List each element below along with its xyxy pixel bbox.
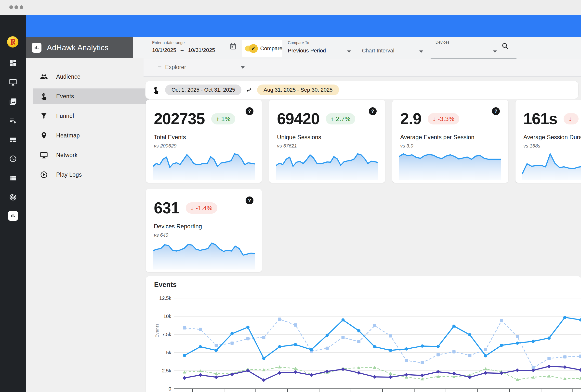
kpi-delta-badge: ↑1% <box>211 113 236 124</box>
arrow-down-icon: ↓ <box>432 115 436 123</box>
chevron-down-icon[interactable] <box>419 50 423 53</box>
help-icon[interactable]: ? <box>246 196 254 204</box>
people-icon <box>40 73 48 81</box>
window-dot-icon[interactable] <box>9 5 13 9</box>
date-end[interactable]: 10/31/2025 <box>188 47 215 53</box>
help-icon[interactable]: ? <box>492 107 500 115</box>
help-icon[interactable]: ? <box>369 107 376 115</box>
kpi-value: 2.9 <box>400 110 421 128</box>
kpi-label: Average Events per Session <box>400 134 474 141</box>
svg-text:7.5k: 7.5k <box>162 332 172 337</box>
kpi-card-total-events: 202735↑1%Total Eventsvs 200629? <box>146 100 262 183</box>
kpi-card-devices-reporting: 631↓-1.4%Devices Reportingvs 640? <box>146 189 262 272</box>
sparkline-chart <box>276 150 378 180</box>
media-library-icon[interactable] <box>0 96 26 107</box>
bar-chart-icon[interactable] <box>0 210 26 221</box>
date-range-input[interactable]: 10/1/2025 – 10/31/2025 <box>152 47 215 53</box>
app-header: AdHawk Analytics <box>26 37 133 58</box>
kpi-value: 631 <box>154 199 179 217</box>
logo-letter: R <box>9 37 16 46</box>
arrow-up-icon: ↑ <box>331 115 334 123</box>
compare-toggle[interactable]: ✓ <box>245 45 257 52</box>
sidebar-item-play-logs[interactable]: Play Logs <box>26 167 144 183</box>
sidebar-item-funnel[interactable]: Funnel <box>26 108 144 124</box>
playlist-icon[interactable] <box>0 115 26 126</box>
current-period-chip[interactable]: Oct 1, 2025 - Oct 31, 2025 <box>165 85 242 95</box>
list-icon[interactable] <box>0 173 26 184</box>
dashboard-icon[interactable] <box>0 58 26 69</box>
kpi-vs-value: vs 640 <box>154 232 168 238</box>
chevron-down-icon[interactable] <box>493 50 497 53</box>
compare-arrows-icon <box>246 87 252 93</box>
toggle-check-icon: ✓ <box>249 44 258 53</box>
kpi-delta-badge: ↓-1.4% <box>186 202 218 214</box>
kpi-label: Devices Reporting <box>154 223 202 230</box>
window-dot-icon[interactable] <box>14 5 18 9</box>
sparkline-chart <box>153 150 255 180</box>
kpi-label: Unique Sessions <box>277 134 321 141</box>
touch-icon <box>40 92 48 100</box>
kpi-card-row: 631↓-1.4%Devices Reportingvs 640? <box>146 189 262 272</box>
kpi-value: 161s <box>523 110 557 128</box>
layout-panel-icon[interactable] <box>0 135 26 145</box>
svg-text:0: 0 <box>168 386 171 392</box>
kpi-delta: -3.3% <box>438 115 454 123</box>
help-icon[interactable]: ? <box>246 107 254 115</box>
window-dot-icon[interactable] <box>20 5 23 9</box>
sidebar-item-label: Funnel <box>56 113 74 119</box>
kpi-label: Average Session Duration <box>523 134 581 141</box>
kpi-vs-value: vs 67621 <box>277 143 297 149</box>
filter-icon <box>156 64 163 72</box>
compare-to-select[interactable]: Previous Period <box>288 47 326 54</box>
play-circle-icon <box>40 171 48 179</box>
kpi-delta-badge: ↓ <box>564 113 578 124</box>
arrow-up-icon: ↑ <box>216 115 219 123</box>
pin-icon <box>40 132 48 139</box>
bar-chart-icon <box>8 211 18 221</box>
kpi-delta-badge: ↑2.7% <box>326 113 355 124</box>
chevron-down-icon[interactable] <box>347 50 351 53</box>
kpi-vs-value: vs 3.0 <box>400 143 413 149</box>
chart-interval-select[interactable]: Chart Interval <box>362 47 394 54</box>
kpi-delta: 2.7% <box>336 115 350 123</box>
icon-rail: R <box>0 15 26 392</box>
funnel-icon <box>40 112 48 120</box>
previous-period-chip[interactable]: Aug 31, 2025 - Sep 30, 2025 <box>257 85 339 95</box>
app-title: AdHawk Analytics <box>47 43 108 52</box>
svg-text:12.5k: 12.5k <box>159 295 172 301</box>
kpi-card-row: 202735↑1%Total Eventsvs 200629?69420↑2.7… <box>146 100 581 183</box>
date-start[interactable]: 10/1/2025 <box>152 47 176 53</box>
app-window: R AdHawk Analytics Enter a date range 10… <box>0 0 581 392</box>
explorer-select[interactable]: Explorer <box>165 64 186 71</box>
sidebar-item-events[interactable]: Events <box>33 88 151 104</box>
touch-icon <box>152 86 160 94</box>
kpi-label: Total Events <box>154 134 186 141</box>
search-icon[interactable] <box>501 42 511 52</box>
sidebar-item-label: Network <box>56 152 78 159</box>
display-icon[interactable] <box>0 77 26 88</box>
compare-to-label: Compare To <box>288 41 309 45</box>
top-accent-bar <box>26 15 581 37</box>
app-logo[interactable]: R <box>7 36 18 47</box>
kpi-card-average-session-duration: 161s↓Average Session Durationvs 168s? <box>516 100 581 183</box>
sidebar-item-audience[interactable]: Audience <box>26 69 144 85</box>
calendar-icon[interactable] <box>230 43 237 50</box>
explorer-bar: Explorer <box>133 59 581 77</box>
date-separator: – <box>178 47 186 53</box>
chevron-down-icon[interactable] <box>241 66 244 69</box>
compare-label: Compare <box>260 45 282 52</box>
sidebar-item-label: Heatmap <box>56 132 80 139</box>
sparkline-chart <box>399 150 501 180</box>
kpi-vs-value: vs 200629 <box>154 143 176 149</box>
events-chart-panel: Events Events 02.5k5k7.5k10k12.5k <box>146 276 581 392</box>
sidebar-item-network[interactable]: Network <box>26 147 144 163</box>
clock-icon[interactable] <box>0 153 26 164</box>
kpi-value: 202735 <box>154 110 205 128</box>
kpi-vs-value: vs 168s <box>523 143 540 149</box>
sidebar-item-heatmap[interactable]: Heatmap <box>26 128 144 143</box>
toolbar: Enter a date range 10/1/2025 – 10/31/202… <box>133 37 581 59</box>
tracking-icon[interactable] <box>0 192 26 202</box>
svg-text:10k: 10k <box>164 314 172 319</box>
events-line-chart[interactable]: 02.5k5k7.5k10k12.5k <box>146 276 581 392</box>
date-range-label: Enter a date range <box>152 41 185 45</box>
